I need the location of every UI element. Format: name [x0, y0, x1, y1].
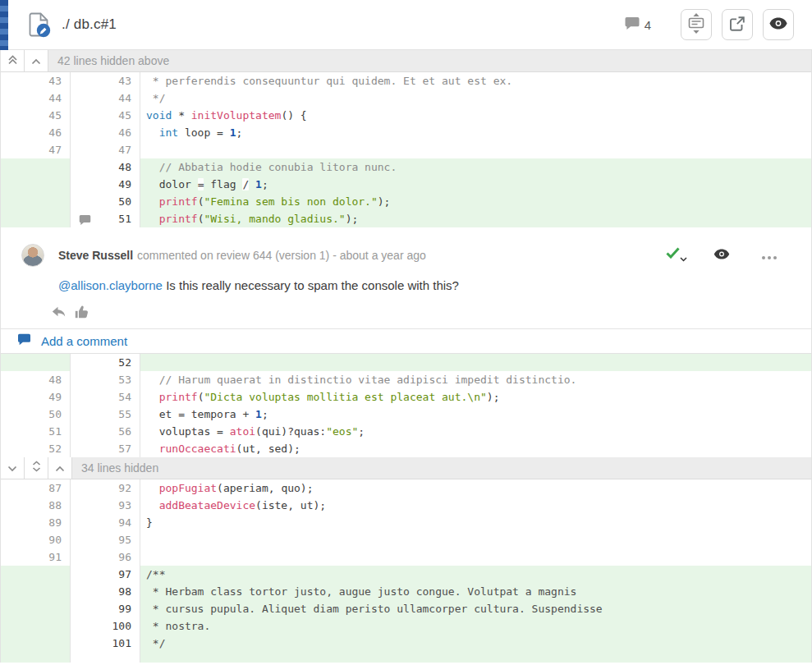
code-line-52: 52	[1, 354, 811, 371]
new-line-number[interactable]: 48	[71, 158, 140, 176]
old-line-number[interactable]: 48	[1, 371, 71, 388]
code-line-57: 5257 runOccaecati(ut, sed);	[1, 440, 811, 457]
code-text: printf("Femina sem bis non dolor.");	[140, 193, 811, 210]
expand-above-button[interactable]	[48, 457, 72, 479]
code-line-48: 48 // Abbatia hodie conubia litora nunc.	[1, 158, 811, 176]
new-line-number[interactable]: 50	[71, 193, 140, 210]
old-line-number[interactable]: 44	[1, 89, 71, 107]
code-line-98: 98 * Herbam class tortor justo, augue ju…	[1, 583, 811, 600]
code-text: printf("Wisi, mando gladius.");	[140, 210, 811, 227]
new-line-number[interactable]: 46	[71, 124, 140, 141]
old-line-number[interactable]	[1, 210, 71, 227]
open-external-button[interactable]	[722, 9, 753, 40]
old-line-number[interactable]: 46	[1, 124, 71, 141]
old-line-number[interactable]: 45	[1, 107, 71, 124]
expand-more-above-button[interactable]	[25, 50, 48, 71]
new-line-number[interactable]: 43	[71, 72, 140, 89]
toggle-visibility-button[interactable]	[763, 9, 794, 40]
comment-text: Is this really necessary to spam the con…	[163, 278, 459, 292]
resolve-button[interactable]	[666, 247, 684, 264]
expand-all-hidden-button[interactable]	[25, 457, 48, 479]
hidden-lines-label-mid: 34 lines hidden	[72, 457, 811, 479]
old-line-number[interactable]: 43	[1, 72, 71, 89]
new-line-number[interactable]: 93	[71, 497, 140, 514]
add-comment-button[interactable]: Add a comment	[1, 328, 811, 353]
open-external-icon	[729, 16, 745, 34]
new-line-number[interactable]: 51	[71, 210, 140, 227]
line-comment-indicator-icon[interactable]	[79, 213, 91, 225]
chevron-down-icon	[7, 461, 17, 475]
code-text	[140, 652, 811, 663]
reply-button[interactable]	[52, 306, 66, 318]
code-line-100: 100 * nostra.	[1, 617, 811, 635]
new-line-number[interactable]: 52	[71, 354, 140, 371]
old-line-number[interactable]: 89	[1, 514, 71, 531]
watch-comment-button[interactable]	[713, 248, 730, 263]
old-line-number[interactable]	[1, 617, 71, 635]
new-line-number[interactable]: 96	[71, 548, 140, 566]
new-line-number[interactable]: 92	[71, 479, 140, 497]
new-line-number[interactable]: 97	[71, 566, 140, 583]
code-line-55: 5055 et = tempora + 1;	[1, 406, 811, 423]
new-line-number[interactable]: 54	[71, 388, 140, 406]
code-line-49: 49 dolor = flag / 1;	[1, 176, 811, 193]
file-diff-view: ./ db.c#1 4	[0, 0, 812, 665]
old-line-number[interactable]	[1, 583, 71, 600]
code-line-44: 4444 */	[1, 89, 811, 107]
old-line-number[interactable]	[1, 635, 71, 652]
new-line-number[interactable]: 99	[71, 600, 140, 617]
more-actions-button[interactable]	[759, 248, 777, 263]
file-comment-count[interactable]: 4	[624, 16, 651, 34]
new-line-number[interactable]: 57	[71, 440, 140, 457]
expand-all-above-button[interactable]	[1, 50, 25, 71]
code-text: * cursus pupula. Aliquet diam peristo ul…	[140, 600, 811, 617]
new-line-number[interactable]: 98	[71, 583, 140, 600]
new-line-number[interactable]: 95	[71, 531, 140, 548]
collapse-comments-button[interactable]	[681, 9, 712, 40]
old-line-number[interactable]: 91	[1, 548, 71, 566]
old-line-number[interactable]: 90	[1, 531, 71, 548]
new-line-number[interactable]: 101	[71, 635, 140, 652]
mention-link[interactable]: @allison.clayborne	[58, 278, 163, 292]
new-line-number[interactable]: 94	[71, 514, 140, 531]
old-line-number[interactable]: 47	[1, 141, 71, 158]
old-line-number[interactable]	[1, 176, 71, 193]
new-line-number[interactable]: 55	[71, 406, 140, 423]
comment-body: @allison.clayborne Is this really necess…	[1, 267, 811, 294]
code-text	[140, 141, 811, 158]
code-text: int loop = 1;	[140, 124, 811, 141]
new-line-number[interactable]: 53	[71, 371, 140, 388]
old-line-number[interactable]	[1, 354, 71, 371]
old-line-number[interactable]	[1, 566, 71, 583]
old-line-number[interactable]: 52	[1, 440, 71, 457]
old-line-number[interactable]	[1, 158, 71, 176]
code-line-96: 9196	[1, 548, 811, 566]
expand-below-button[interactable]	[1, 457, 25, 479]
code-line-43: 4343 * perferendis consequuntur qui quid…	[1, 72, 811, 89]
code-text: runOccaecati(ut, sed);	[140, 440, 811, 457]
old-line-number[interactable]: 50	[1, 406, 71, 423]
old-line-number[interactable]	[1, 600, 71, 617]
thumbs-up-button[interactable]	[75, 305, 89, 319]
old-line-number[interactable]: 49	[1, 388, 71, 406]
code-text: printf("Dicta voluptas mollitia est plac…	[140, 388, 811, 406]
code-text: * nostra.	[140, 617, 811, 635]
code-text: }	[140, 514, 811, 531]
old-line-number[interactable]: 87	[1, 479, 71, 497]
file-path-title: ./ db.c#1	[62, 16, 117, 33]
new-line-number[interactable]: 44	[71, 89, 140, 107]
old-line-number[interactable]	[1, 193, 71, 210]
new-line-number[interactable]: 100	[71, 617, 140, 635]
eye-icon	[769, 17, 787, 32]
new-line-number[interactable]: 45	[71, 107, 140, 124]
old-line-number[interactable]: 88	[1, 497, 71, 514]
diff-row-partial	[1, 652, 811, 663]
code-line-56: 5156 voluptas = atoi(qui)?quas:"eos";	[1, 423, 811, 440]
code-text: /**	[140, 566, 811, 583]
code-line-51: 51 printf("Wisi, mando gladius.");	[1, 210, 811, 227]
new-line-number[interactable]: 47	[71, 141, 140, 158]
code-text: voluptas = atoi(qui)?quas:"eos";	[140, 423, 811, 440]
old-line-number[interactable]: 51	[1, 423, 71, 440]
new-line-number[interactable]: 56	[71, 423, 140, 440]
new-line-number[interactable]: 49	[71, 176, 140, 193]
